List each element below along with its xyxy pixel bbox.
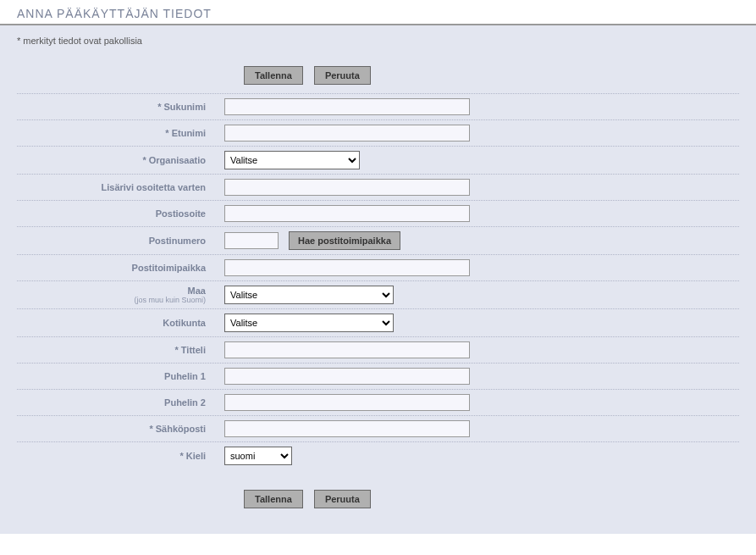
label-country-sub: (jos muu kuin Suomi): [17, 296, 206, 304]
required-note: * merkityt tiedot ovat pakollisia: [17, 36, 739, 46]
row-firstname: * Etunimi: [17, 119, 739, 146]
row-organization: * Organisaatio Valitse: [17, 146, 739, 174]
select-country[interactable]: Valitse: [224, 286, 394, 304]
save-button-bottom[interactable]: Tallenna: [244, 490, 303, 508]
label-organization: * Organisaatio: [17, 155, 224, 165]
label-firstname: * Etunimi: [17, 128, 224, 138]
row-phone1: Puhelin 1: [17, 363, 739, 389]
row-email: * Sähköposti: [17, 415, 739, 441]
row-country: Maa (jos muu kuin Suomi) Valitse: [17, 280, 739, 308]
row-postal-code: Postinumero Hae postitoimipaikka: [17, 226, 739, 254]
row-postal-address: Postiosoite: [17, 200, 739, 226]
input-phone1[interactable]: [224, 368, 470, 385]
input-phone2[interactable]: [224, 394, 470, 411]
select-home-municipality[interactable]: Valitse: [224, 314, 394, 332]
page-title: ANNA PÄÄKÄYTTÄJÄN TIEDOT: [0, 0, 756, 25]
label-address-extra: Lisärivi osoitetta varten: [17, 182, 224, 192]
cancel-button-top[interactable]: Peruuta: [314, 66, 371, 85]
save-button-top[interactable]: Tallenna: [244, 66, 303, 85]
label-title: * Titteli: [17, 345, 224, 355]
input-address-extra[interactable]: [224, 179, 470, 196]
input-postal-code[interactable]: [224, 232, 279, 249]
label-home-municipality: Kotikunta: [17, 318, 224, 328]
label-phone2: Puhelin 2: [17, 397, 224, 408]
row-home-municipality: Kotikunta Valitse: [17, 308, 739, 336]
label-postal-code: Postinumero: [17, 236, 224, 246]
label-country: Maa (jos muu kuin Suomi): [17, 286, 224, 304]
top-button-row: Tallenna Peruuta: [17, 61, 739, 93]
row-phone2: Puhelin 2: [17, 389, 739, 415]
row-postal-city: Postitoimipaikka: [17, 254, 739, 280]
input-firstname[interactable]: [224, 125, 470, 142]
input-email[interactable]: [224, 420, 470, 437]
input-title[interactable]: [224, 341, 470, 358]
label-postal-address: Postiosoite: [17, 208, 224, 219]
cancel-button-bottom[interactable]: Peruuta: [314, 490, 371, 508]
bottom-button-row: Tallenna Peruuta: [17, 469, 739, 517]
label-email: * Sähköposti: [17, 424, 224, 434]
form-panel: * merkityt tiedot ovat pakollisia Tallen…: [0, 25, 756, 534]
row-lastname: * Sukunimi: [17, 93, 739, 119]
input-lastname[interactable]: [224, 98, 470, 115]
label-lastname: * Sukunimi: [17, 102, 224, 112]
label-language: * Kieli: [17, 451, 224, 461]
input-postal-address[interactable]: [224, 205, 470, 222]
label-country-main: Maa: [188, 286, 206, 296]
lookup-postal-button[interactable]: Hae postitoimipaikka: [289, 231, 400, 250]
input-postal-city[interactable]: [224, 259, 470, 276]
label-postal-city: Postitoimipaikka: [17, 263, 224, 273]
row-language: * Kieli suomi: [17, 441, 739, 469]
row-address-extra: Lisärivi osoitetta varten: [17, 174, 739, 200]
label-phone1: Puhelin 1: [17, 371, 224, 381]
row-title: * Titteli: [17, 336, 739, 363]
select-organization[interactable]: Valitse: [224, 151, 360, 169]
select-language[interactable]: suomi: [224, 447, 292, 465]
